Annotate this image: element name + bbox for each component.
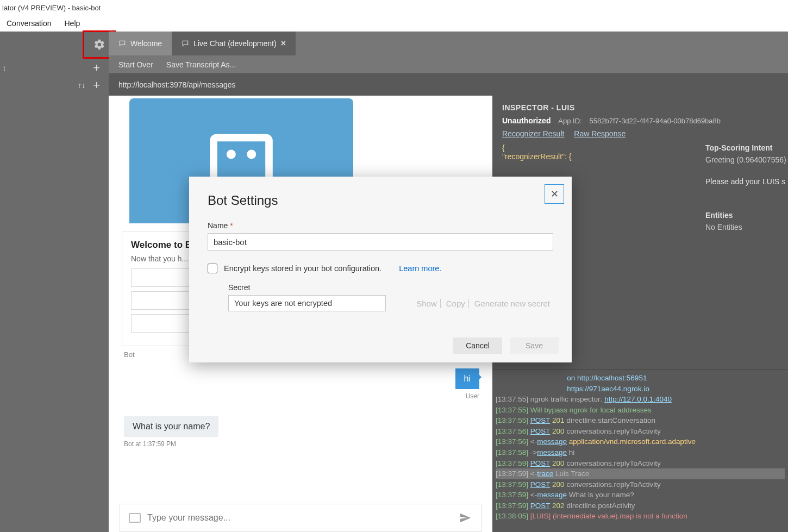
message-input-bar <box>120 504 481 532</box>
menu-conversation[interactable]: Conversation <box>0 17 58 30</box>
learn-more-link[interactable]: Learn more. <box>399 264 441 273</box>
chat-icon <box>182 40 189 47</box>
left-sidebar: t + ↑↓ + <box>0 32 109 532</box>
name-input[interactable] <box>208 233 553 251</box>
recognizer-result-link[interactable]: Recognizer Result <box>502 129 564 138</box>
window-titlebar: lator (V4 PREVIEW) - basic-bot <box>0 0 788 15</box>
user-message-bubble: hi <box>455 368 479 389</box>
inspector-status: Unauthorized <box>502 116 551 125</box>
message-input[interactable] <box>147 513 452 523</box>
plus-icon[interactable]: + <box>90 78 103 92</box>
menu-help[interactable]: Help <box>58 17 87 30</box>
copy-link[interactable]: Copy <box>443 299 469 308</box>
chat-icon <box>118 40 126 47</box>
menubar: Conversation Help <box>0 15 788 32</box>
window-title: lator (V4 PREVIEW) - basic-bot <box>2 4 101 12</box>
inspector-appid: 5582b7f7-3d22-4f47-94a0-00b78d69ba8b <box>590 117 721 125</box>
secret-section: Secret Show Copy Generate new secret <box>228 283 553 311</box>
modal-title: Bot Settings <box>208 193 553 208</box>
log-panel[interactable]: on http://localhost:56951 https://971aec… <box>492 369 788 532</box>
user-sender-label: User <box>122 392 481 400</box>
sort-icon[interactable]: ↑↓ <box>78 81 85 90</box>
close-icon[interactable]: × <box>281 39 286 48</box>
luis-prompt: Please add your LUIS s <box>705 177 788 186</box>
log-line: [13:37:58] ->message hi <box>496 447 785 458</box>
encrypt-row: Encrypt keys stored in your bot configur… <box>208 264 553 273</box>
generate-secret-link[interactable]: Generate new secret <box>471 299 553 308</box>
close-icon[interactable]: ✕ <box>545 184 564 204</box>
inspector-title: INSPECTOR - LUIS <box>492 96 788 116</box>
tab-livechat-label: Live Chat (development) <box>193 39 277 48</box>
secret-input[interactable] <box>228 295 386 311</box>
tab-livechat[interactable]: Live Chat (development) × <box>172 32 296 55</box>
top-intent-value: Greeting (0.964007556) <box>705 155 788 164</box>
modal-footer: Cancel Save <box>453 337 559 354</box>
log-line: [13:37:55] POST 201 directline.startConv… <box>496 415 785 426</box>
startover-button[interactable]: Start Over <box>118 60 153 69</box>
user-message-row: hi <box>122 368 481 389</box>
svg-point-2 <box>227 150 236 159</box>
bot-timestamp: Bot at 1:37:59 PM <box>124 440 481 448</box>
tab-welcome-label: Welcome <box>130 39 162 48</box>
show-link[interactable]: Show <box>413 299 441 308</box>
inspector-appid-label: App ID: <box>558 117 581 125</box>
bot-message-bubble: What is your name? <box>124 416 218 437</box>
log-line: [13:37:55] ngrok traffic inspector: http… <box>496 394 785 405</box>
log-line: [13:37:56] <-message application/vnd.mic… <box>496 436 785 447</box>
log-line: [13:37:59] <-message What is your name? <box>496 490 785 500</box>
encrypt-checkbox[interactable] <box>208 264 217 273</box>
tab-welcome[interactable]: Welcome <box>109 32 172 55</box>
cancel-button[interactable]: Cancel <box>453 337 502 354</box>
log-line: [13:37:56] POST 200 conversations.replyT… <box>496 426 785 437</box>
inspector-links: Recognizer Result Raw Response <box>492 129 788 143</box>
log-line: [13:37:59] POST 200 conversations.replyT… <box>496 458 785 469</box>
encrypt-label: Encrypt keys stored in your bot configur… <box>224 264 382 273</box>
savetranscript-button[interactable]: Save Transcript As... <box>166 60 236 69</box>
bot-settings-modal: ✕ Bot Settings Name * Encrypt keys store… <box>189 177 572 362</box>
endpoint-url: http://localhost:3978/api/messages <box>118 80 236 89</box>
log-line: [13:37:55] Will bypass ngrok for local a… <box>496 405 785 416</box>
attach-image-icon[interactable] <box>129 513 141 523</box>
sidebar-item-label[interactable]: t <box>0 64 90 72</box>
log-line: [13:38:05] [LUIS] (intermediate value).m… <box>496 511 785 522</box>
sub-toolbar: Start Over Save Transcript As... <box>109 55 788 74</box>
save-button[interactable]: Save <box>510 337 559 354</box>
log-line-selected[interactable]: [13:37:59] <-trace Luis Trace <box>496 468 785 479</box>
tab-bar: Welcome Live Chat (development) × <box>109 32 788 55</box>
sidebar-row-actions: ↑↓ + <box>0 77 109 93</box>
top-intent-heading: Top-Scoring Intent <box>705 143 788 152</box>
name-label: Name * <box>208 221 553 230</box>
url-bar: http://localhost:3978/api/messages <box>109 74 788 96</box>
entities-value: No Entities <box>705 223 788 231</box>
svg-point-3 <box>247 150 256 159</box>
inspector-right-summary: Top-Scoring Intent Greeting (0.964007556… <box>705 143 788 245</box>
inspector-status-row: Unauthorized App ID: 5582b7f7-3d22-4f47-… <box>492 116 788 129</box>
log-line: [13:37:59] POST 202 directline.postActiv… <box>496 500 785 511</box>
send-icon[interactable] <box>458 512 472 524</box>
sidebar-row-t: t + <box>0 59 109 77</box>
entities-heading: Entities <box>705 211 788 220</box>
gear-icon[interactable] <box>93 39 105 51</box>
log-line: on http://localhost:56951 <box>496 373 785 384</box>
secret-actions: Show Copy Generate new secret <box>413 299 553 308</box>
raw-response-link[interactable]: Raw Response <box>574 129 626 138</box>
log-line: https://971aec44.ngrok.io <box>496 384 785 395</box>
plus-icon[interactable]: + <box>90 61 103 75</box>
sidebar-gear-row <box>0 32 109 59</box>
log-line: [13:37:59] POST 200 conversations.replyT… <box>496 479 785 490</box>
secret-label: Secret <box>228 283 553 292</box>
